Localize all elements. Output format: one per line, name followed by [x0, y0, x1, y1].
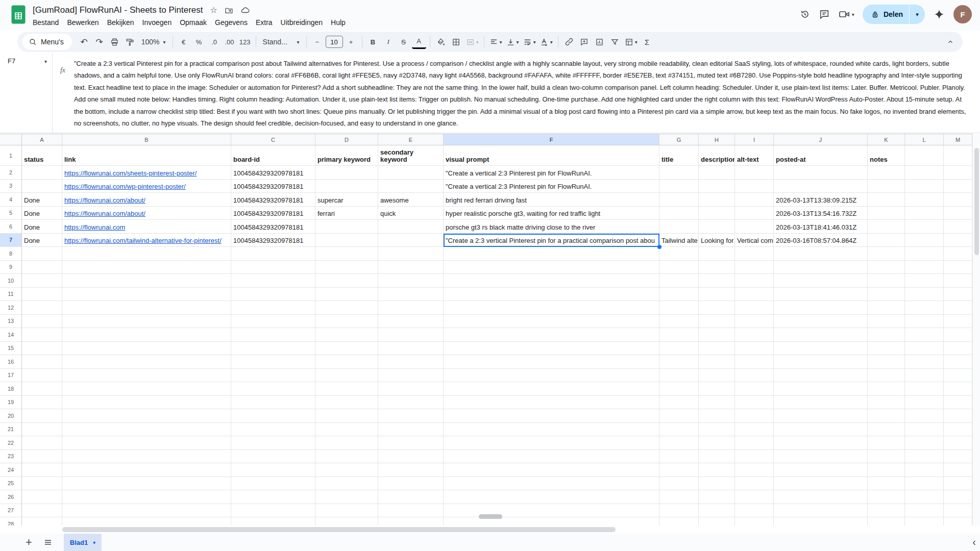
cell-C24[interactable] — [231, 463, 315, 477]
cell-M11[interactable] — [944, 288, 972, 302]
cell-A8[interactable] — [22, 247, 62, 261]
cell-J3[interactable] — [774, 180, 868, 193]
cell-G13[interactable] — [659, 315, 699, 329]
cell-B16[interactable] — [62, 355, 231, 369]
cell-B19[interactable] — [62, 396, 231, 410]
cell-C9[interactable] — [231, 261, 315, 274]
cell-K3[interactable] — [868, 180, 905, 193]
cell-H24[interactable] — [699, 463, 735, 477]
column-header-H[interactable]: H — [699, 134, 735, 145]
cell-K16[interactable] — [868, 355, 905, 369]
cell-L24[interactable] — [905, 463, 944, 477]
cell-J12[interactable] — [774, 301, 868, 315]
cell-F17[interactable] — [444, 369, 659, 383]
cell-I8[interactable] — [735, 247, 774, 261]
cell-E13[interactable] — [378, 315, 444, 329]
cell-K24[interactable] — [868, 463, 905, 477]
cell-I2[interactable] — [735, 166, 774, 180]
column-header-B[interactable]: B — [62, 134, 231, 145]
cell-L16[interactable] — [905, 355, 944, 369]
sheet-tab-dropdown-arrow[interactable]: ▾ — [93, 540, 95, 545]
cell-J4[interactable]: 2026-03-13T13:38:09.215Z — [774, 193, 868, 207]
cell-B6[interactable]: https://flowrunai.com — [62, 220, 231, 234]
cell-K19[interactable] — [868, 396, 905, 410]
menu-uitbreidingen[interactable]: Uitbreidingen — [277, 17, 327, 28]
cell-D21[interactable] — [315, 423, 378, 437]
cell-J18[interactable] — [774, 382, 868, 396]
cell-J28[interactable] — [774, 517, 868, 525]
cell-J19[interactable] — [774, 396, 868, 410]
cell-I27[interactable] — [735, 504, 774, 518]
cell-A22[interactable] — [22, 436, 62, 450]
cell-E21[interactable] — [378, 423, 444, 437]
cell-L20[interactable] — [905, 409, 944, 423]
cell-A26[interactable] — [22, 490, 62, 504]
row-header-17[interactable]: 17 — [0, 369, 22, 383]
cell-D6[interactable] — [315, 220, 378, 234]
document-title[interactable]: [GumRoad] FlowRunAI - Sheets to Pinteres… — [33, 5, 203, 15]
cell-D11[interactable] — [315, 288, 378, 302]
cell-L25[interactable] — [905, 477, 944, 491]
cell-C12[interactable] — [231, 301, 315, 315]
cell-L13[interactable] — [905, 315, 944, 329]
select-all-corner[interactable] — [0, 134, 22, 145]
cell-F7[interactable]: "Create a 2:3 vertical Pinterest pin for… — [444, 234, 659, 247]
cell-K7[interactable] — [868, 234, 905, 247]
cell-J8[interactable] — [774, 247, 868, 261]
cell-F25[interactable] — [444, 477, 659, 491]
cell-M4[interactable] — [944, 193, 972, 207]
cell-L1[interactable] — [905, 145, 944, 166]
column-header-G[interactable]: G — [659, 134, 699, 145]
move-folder-icon[interactable] — [225, 6, 233, 15]
row-header-19[interactable]: 19 — [0, 396, 22, 410]
cell-C17[interactable] — [231, 369, 315, 383]
cell-H16[interactable] — [699, 355, 735, 369]
cell-J22[interactable] — [774, 436, 868, 450]
cell-I18[interactable] — [735, 382, 774, 396]
cell-E28[interactable] — [378, 517, 444, 525]
cell-F23[interactable] — [444, 450, 659, 464]
row-header-13[interactable]: 13 — [0, 315, 22, 329]
cell-D13[interactable] — [315, 315, 378, 329]
cell-E23[interactable] — [378, 450, 444, 464]
cell-E1[interactable]: secondary keyword — [378, 145, 444, 166]
cell-L2[interactable] — [905, 166, 944, 180]
cell-J6[interactable]: 2026-03-13T18:41:46.031Z — [774, 220, 868, 234]
cell-G18[interactable] — [659, 382, 699, 396]
cell-I5[interactable] — [735, 207, 774, 220]
cell-E9[interactable] — [378, 261, 444, 274]
cell-H19[interactable] — [699, 396, 735, 410]
cell-D8[interactable] — [315, 247, 378, 261]
cell-D7[interactable] — [315, 234, 378, 247]
cell-I25[interactable] — [735, 477, 774, 491]
cell-A13[interactable] — [22, 315, 62, 329]
cell-K2[interactable] — [868, 166, 905, 180]
cell-C16[interactable] — [231, 355, 315, 369]
version-history-icon[interactable] — [799, 9, 811, 20]
cell-E12[interactable] — [378, 301, 444, 315]
name-box[interactable]: F7 ▾ — [0, 53, 53, 133]
cell-G15[interactable] — [659, 342, 699, 356]
cell-F19[interactable] — [444, 396, 659, 410]
cell-B3[interactable]: https://flowrunai.com/wp-pinterest-poste… — [62, 180, 231, 193]
undo-button[interactable]: ↶ — [77, 35, 91, 49]
cell-C20[interactable] — [231, 409, 315, 423]
row-header-21[interactable]: 21 — [0, 423, 22, 437]
cell-D25[interactable] — [315, 477, 378, 491]
cell-K20[interactable] — [868, 409, 905, 423]
cell-G8[interactable] — [659, 247, 699, 261]
cell-F13[interactable] — [444, 315, 659, 329]
menu-gegevens[interactable]: Gegevens — [211, 17, 252, 28]
cell-F2[interactable]: "Create a vertical 2:3 Pinterest pin for… — [444, 166, 659, 180]
cell-G10[interactable] — [659, 274, 699, 288]
horizontal-align-button[interactable]: ▾ — [488, 35, 504, 49]
cell-F11[interactable] — [444, 288, 659, 302]
cell-G27[interactable] — [659, 504, 699, 518]
row-header-25[interactable]: 25 — [0, 477, 22, 491]
row-header-28[interactable]: 28 — [0, 517, 22, 525]
cell-L26[interactable] — [905, 490, 944, 504]
scroll-handle[interactable] — [479, 514, 502, 519]
cell-J15[interactable] — [774, 342, 868, 356]
cell-M8[interactable] — [944, 247, 972, 261]
cell-I1[interactable]: alt-text — [735, 145, 774, 166]
